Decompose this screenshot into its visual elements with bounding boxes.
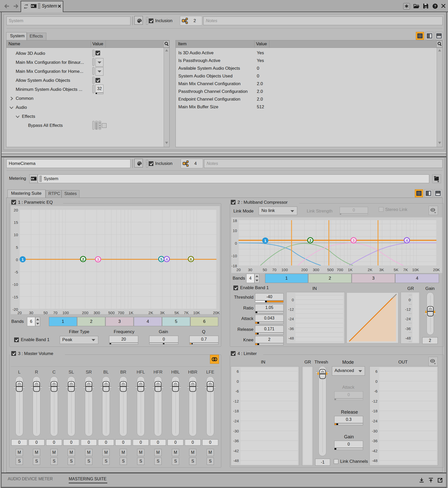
- svg-text:2: 2: [309, 238, 311, 243]
- svg-text:6: 6: [190, 257, 192, 261]
- svg-text:3: 3: [97, 257, 99, 262]
- svg-text:5: 5: [160, 257, 162, 261]
- svg-text:?: ?: [434, 4, 436, 8]
- svg-text:2: 2: [82, 257, 84, 261]
- svg-text:4: 4: [406, 238, 408, 243]
- svg-text:1: 1: [22, 257, 24, 262]
- svg-text:4: 4: [166, 257, 168, 261]
- svg-text:1: 1: [264, 238, 266, 243]
- svg-text:3: 3: [353, 238, 355, 243]
